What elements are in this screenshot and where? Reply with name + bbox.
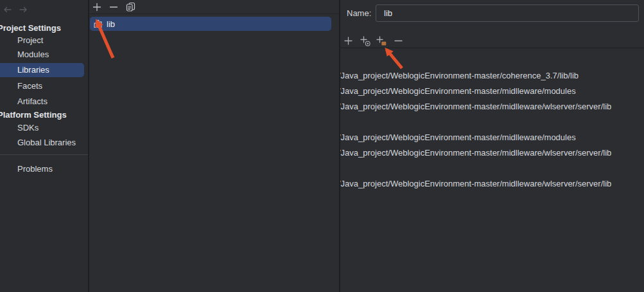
library-path-row[interactable]: /Java_project/WeblogicEnvironment-master… <box>340 147 644 158</box>
sidebar-item-global-libraries[interactable]: Global Libraries <box>0 136 88 150</box>
library-name-input[interactable] <box>376 5 639 22</box>
library-detail-panel: Name: /Ja <box>340 0 644 292</box>
library-path-row[interactable]: /Java_project/WeblogicEnvironment-master… <box>340 70 644 81</box>
back-arrow-icon[interactable] <box>3 5 13 14</box>
library-path-row[interactable]: /Java_project/WeblogicEnvironment-master… <box>340 101 644 112</box>
remove-button[interactable] <box>392 35 404 46</box>
add-from-repository-button[interactable] <box>359 35 370 46</box>
library-item-label: lib <box>107 19 115 29</box>
project-structure-dialog: Project Settings Project Modules Librari… <box>0 0 644 292</box>
detail-toolbar <box>340 34 644 48</box>
sidebar-item-project[interactable]: Project <box>0 33 88 48</box>
history-nav <box>3 5 28 14</box>
sidebar-item-problems[interactable]: Problems <box>0 162 88 176</box>
toolbar-separator <box>89 14 339 14</box>
copy-icon[interactable] <box>125 1 136 12</box>
libraries-add-button[interactable] <box>91 1 103 12</box>
forward-arrow-icon[interactable] <box>18 5 28 14</box>
sidebar-item-artifacts[interactable]: Artifacts <box>0 95 88 109</box>
sidebar-item-modules[interactable]: Modules <box>0 48 88 62</box>
name-label: Name: <box>347 8 371 19</box>
library-path-row[interactable]: /Java_project/WeblogicEnvironment-master… <box>340 178 644 189</box>
libraries-list-panel: lib <box>89 0 340 292</box>
library-icon <box>94 19 102 28</box>
library-list-item-lib[interactable]: lib <box>90 17 331 31</box>
add-jar-directory-button[interactable] <box>375 35 387 46</box>
sidebar-item-sdks[interactable]: SDKs <box>0 121 88 135</box>
libraries-remove-button[interactable] <box>108 1 119 12</box>
sidebar-item-facets[interactable]: Facets <box>0 79 88 93</box>
detail-toolbar-separator <box>340 48 644 48</box>
settings-sidebar: Project Settings Project Modules Librari… <box>0 0 89 292</box>
add-button[interactable] <box>342 35 354 46</box>
sidebar-divider <box>0 154 88 155</box>
libraries-toolbar <box>89 0 339 14</box>
library-path-row[interactable]: /Java_project/WeblogicEnvironment-master… <box>340 132 644 143</box>
library-path-row[interactable]: /Java_project/WeblogicEnvironment-master… <box>340 86 644 96</box>
section-header-platform-settings: Platform Settings <box>0 108 67 122</box>
sidebar-item-libraries[interactable]: Libraries <box>0 63 84 77</box>
